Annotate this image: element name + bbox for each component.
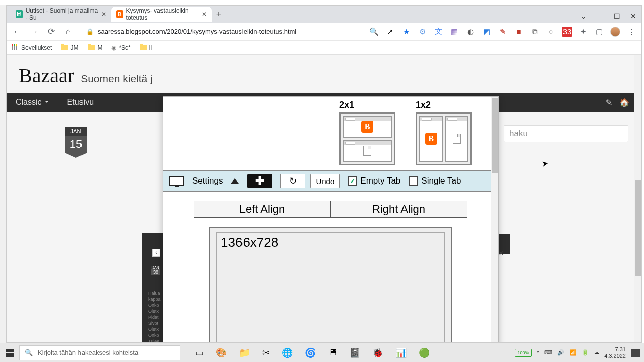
bookmark-folder[interactable]: JM [61, 44, 78, 51]
blog-header: Bazaar Suomen kieltä j [7, 55, 641, 93]
globe-icon: ◉ [111, 44, 116, 51]
display-icon[interactable] [166, 173, 187, 189]
single-tab-checkbox[interactable]: Single Tab [409, 176, 461, 186]
tab-strip: it! Uutiset - Suomi ja maailma - Su ✕ B … [7, 6, 641, 23]
home-button[interactable]: ⌂ [63, 27, 74, 37]
home-icon[interactable]: 🏠 [619, 98, 629, 107]
taskbar-app-icon[interactable]: 🐞 [372, 347, 383, 358]
blog-search-input[interactable]: haku [504, 125, 628, 142]
taskbar-app-icon[interactable]: ✂ [262, 347, 270, 358]
prev-arrow-button[interactable]: ‹ [152, 249, 160, 257]
windows-icon [6, 349, 14, 357]
tab-kysymys[interactable]: B Kysymys- vastausleikin toteutus ✕ [111, 7, 212, 22]
resolution-text: 1366x728 [216, 232, 445, 342]
power-icon[interactable]: 🔋 [582, 349, 589, 356]
battery-indicator[interactable]: 100% [515, 349, 532, 357]
reload-button[interactable]: ⟳ [46, 26, 57, 37]
document-icon [453, 134, 461, 144]
tab-close-icon[interactable]: ✕ [202, 11, 207, 18]
tab-uutiset[interactable]: it! Uutiset - Suomi ja maailma - Su ✕ [11, 7, 111, 22]
nav-classic-dropdown[interactable]: Classic [16, 98, 49, 107]
volume-icon[interactable]: 🔊 [557, 349, 565, 356]
add-button[interactable]: ✚ [244, 173, 275, 189]
translate-icon[interactable]: 文 [433, 27, 443, 37]
taskbar-app-icon[interactable]: 📓 [349, 347, 360, 358]
minimize-button[interactable]: — [597, 12, 604, 20]
menu-icon[interactable]: ⋮ [626, 27, 636, 37]
edit-icon[interactable]: ✎ [606, 98, 612, 107]
overlay-toolbar: Settings ✚ ↻ Undo ✓ Empty Tab Single Tab [163, 170, 498, 192]
bookmark-item[interactable]: ◉*Sc* [111, 44, 130, 51]
page-scrollbar[interactable] [634, 55, 641, 342]
extension-badge[interactable]: 0332 [562, 27, 572, 37]
checkbox-unchecked-icon [409, 176, 418, 186]
extensions-icon[interactable]: ✦ [578, 27, 588, 37]
nav-home-link[interactable]: Etusivu [67, 98, 94, 107]
start-button[interactable] [0, 343, 19, 363]
taskbar-search-input[interactable]: 🔍 Kirjoita tähän hakeaksesi kohteista [19, 345, 180, 360]
bookmark-folder[interactable]: M [88, 44, 102, 51]
right-align-button[interactable]: Right Align [331, 201, 467, 218]
taskbar-app-icon[interactable]: ▭ [195, 347, 204, 358]
blog-subtitle: Suomen kieltä j [80, 73, 153, 84]
sidepanel-icon[interactable]: ▢ [594, 27, 604, 37]
notifications-icon[interactable] [631, 349, 640, 357]
taskbar-app-icon[interactable]: 📊 [395, 347, 407, 358]
tab-close-icon[interactable]: ✕ [101, 11, 106, 18]
zoom-icon[interactable]: 🔍 [369, 27, 379, 37]
star-icon[interactable]: ★ [401, 27, 411, 37]
extension-icon[interactable]: ◐ [465, 27, 475, 37]
refresh-button[interactable]: ↻ [277, 173, 308, 189]
taskbar-app-icon[interactable]: 🎨 [216, 347, 227, 358]
onedrive-icon[interactable]: ☁ [594, 349, 599, 356]
location-icon[interactable]: ○ [546, 27, 556, 37]
taskbar-app-icon[interactable]: 🌀 [305, 347, 316, 358]
undo-button[interactable]: Undo [310, 174, 340, 188]
layout-option-2x1[interactable]: 2x1 [339, 100, 395, 165]
open-icon[interactable]: ⧉ [530, 27, 540, 37]
window-dropdown-icon[interactable]: ⌄ [581, 12, 587, 20]
blog-title[interactable]: Bazaar [19, 64, 74, 87]
collapse-button[interactable] [228, 173, 242, 189]
close-button[interactable]: ✕ [630, 12, 636, 20]
extension-icon[interactable]: ▦ [449, 27, 459, 37]
taskbar-apps: ▭🎨📁✂🌐🌀🖥📓🐞📊🟢 [195, 347, 430, 358]
system-tray: 100% ^ ⌨ 🔊 📶 🔋 ☁ 7.31 4.3.2022 [515, 346, 640, 359]
taskbar-app-icon[interactable]: 🟢 [419, 347, 430, 358]
page-content: Bazaar Suomen kieltä j haku Classic Etus… [7, 55, 641, 342]
overlay-scrollbar[interactable]: ▴ ▾ [491, 97, 498, 342]
tray-expand-icon[interactable]: ^ [537, 350, 539, 356]
layout-option-1x2[interactable]: 1x2 [416, 100, 472, 165]
settings-button[interactable]: Settings [189, 173, 226, 189]
url-input[interactable]: 🔒 saaressa.blogspot.com/2020/01/kysymys-… [80, 25, 363, 39]
stop-icon[interactable]: ■ [514, 27, 524, 37]
new-tab-button[interactable]: + [212, 7, 226, 21]
tab-title: Kysymys- vastausleikin toteutus [126, 7, 199, 21]
layout-label: 1x2 [416, 100, 472, 110]
share-icon[interactable]: ↗ [385, 27, 395, 37]
back-button[interactable]: ← [12, 27, 23, 37]
address-bar: ← → ⟳ ⌂ 🔒 saaressa.blogspot.com/2020/01/… [7, 23, 641, 41]
resolution-panel: 1366x728 [209, 227, 452, 342]
window-controls: ⌄ — ☐ ✕ [581, 12, 636, 20]
close-icon[interactable]: ✕ [499, 250, 505, 256]
taskbar-app-icon[interactable]: 🌐 [282, 347, 293, 358]
left-align-button[interactable]: Left Align [194, 201, 331, 218]
empty-tab-checkbox[interactable]: ✓ Empty Tab [348, 176, 400, 186]
bookmark-folder[interactable]: li [140, 44, 152, 51]
ime-icon[interactable]: ⌨ [544, 349, 552, 356]
tab-title: Uutiset - Suomi ja maailma - Su [26, 7, 98, 21]
network-icon[interactable]: 📶 [570, 349, 577, 356]
maximize-button[interactable]: ☐ [614, 12, 620, 20]
taskbar-app-icon[interactable]: 🖥 [328, 347, 337, 358]
date-month: JAN [65, 127, 87, 136]
forward-button[interactable]: → [29, 27, 40, 37]
blogger-icon [361, 121, 373, 133]
extension-icon[interactable]: ◩ [481, 27, 492, 37]
profile-avatar[interactable] [610, 27, 620, 37]
extension-icon[interactable]: ⚙ [417, 27, 427, 37]
bookmark-apps[interactable]: Sovellukset [12, 44, 52, 51]
taskbar-app-icon[interactable]: 📁 [239, 347, 250, 358]
pencil-icon[interactable]: ✎ [498, 27, 508, 37]
clock[interactable]: 7.31 4.3.2022 [604, 346, 626, 359]
